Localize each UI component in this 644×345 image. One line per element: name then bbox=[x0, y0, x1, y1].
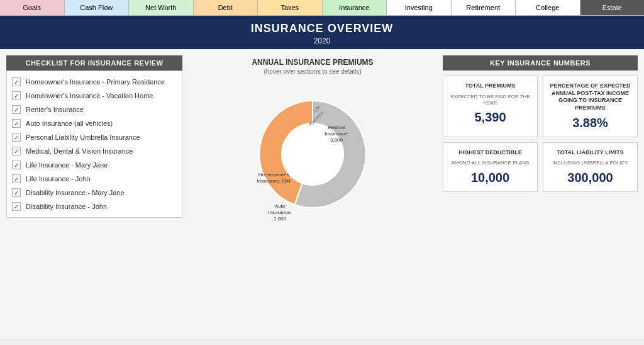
total-liability-sublabel: INCLUDING UMBRELLA POLICY bbox=[548, 160, 632, 166]
highest-deductible-card: HIGHEST DEDUCTIBLE AMONG ALL INSURANCE P… bbox=[443, 142, 538, 192]
chart-subtitle: (hover over sections to see details) bbox=[264, 68, 361, 75]
post-tax-label: PERCENTAGE OF EXPECTED ANNUAL POST-TAX I… bbox=[548, 82, 632, 112]
svg-text:Insurance:: Insurance: bbox=[268, 210, 291, 215]
svg-text:Insurance: 800: Insurance: 800 bbox=[257, 178, 291, 184]
checklist-item[interactable]: ✓Renter's Insurance bbox=[12, 103, 177, 116]
checklist-item[interactable]: ✓Homeowner's Insurance - Primary Residen… bbox=[12, 75, 177, 89]
numbers-header: KEY INSURANCE NUMBERS bbox=[443, 55, 638, 71]
tab-investing[interactable]: Investing bbox=[387, 0, 452, 15]
checklist-item-text: Life Insurance - Mary Jane bbox=[26, 161, 108, 169]
checklist-item-text: Auto Insurance (all vehicles) bbox=[26, 120, 113, 127]
total-premiums-label: TOTAL PREMIUMS bbox=[448, 82, 532, 90]
checklist-item-text: Renter's Insurance bbox=[26, 106, 84, 113]
page-header: INSURANCE OVERVIEW 2020 bbox=[0, 16, 644, 49]
numbers-panel: KEY INSURANCE NUMBERS TOTAL PREMIUMS EXP… bbox=[443, 55, 638, 332]
checklist-item[interactable]: ✓Auto Insurance (all vehicles) bbox=[12, 116, 177, 130]
checklist-item-text: Life Insurance - John bbox=[26, 175, 91, 183]
numbers-grid: TOTAL PREMIUMS EXPECTED TO BE PAID FOR T… bbox=[443, 71, 638, 197]
total-premiums-card: TOTAL PREMIUMS EXPECTED TO BE PAID FOR T… bbox=[443, 76, 538, 137]
post-tax-value: 3.88% bbox=[548, 116, 632, 130]
total-premiums-sublabel: EXPECTED TO BE PAID FOR THE YEAR bbox=[448, 94, 532, 107]
checklist-checkbox[interactable]: ✓ bbox=[12, 119, 21, 128]
checklist-item[interactable]: ✓Life Insurance - John bbox=[12, 172, 177, 186]
svg-text:Medical: Medical bbox=[328, 125, 345, 130]
svg-text:Auto: Auto bbox=[275, 203, 286, 209]
checklist-checkbox[interactable]: ✓ bbox=[12, 202, 21, 211]
highest-deductible-sublabel: AMONG ALL INSURANCE PLANS bbox=[448, 160, 532, 166]
checklist-panel: CHECKLIST FOR INSURANCE REVIEW ✓Homeowne… bbox=[6, 55, 182, 332]
highest-deductible-value: 10,000 bbox=[448, 171, 532, 185]
donut-chart: Medical Insurance: 3,000 Homeowner's Ins… bbox=[237, 79, 388, 230]
tab-cashflow[interactable]: Cash Flow bbox=[65, 0, 130, 15]
page-year: 2020 bbox=[0, 37, 644, 45]
checklist-item-text: Homeowner's Insurance - Primary Residenc… bbox=[26, 78, 165, 86]
checklist-checkbox[interactable]: ✓ bbox=[12, 161, 21, 169]
tab-retirement[interactable]: Retirement bbox=[452, 0, 516, 15]
chart-panel: ANNUAL INSURANCE PREMIUMS (hover over se… bbox=[189, 55, 436, 332]
total-premiums-value: 5,390 bbox=[448, 110, 532, 125]
checklist-body: ✓Homeowner's Insurance - Primary Residen… bbox=[6, 71, 182, 218]
svg-text:1,000: 1,000 bbox=[274, 216, 287, 222]
checklist-item-text: Medical, Dental & Vision Insurance bbox=[26, 147, 133, 155]
total-liability-card: TOTAL LIABILITY LIMITS INCLUDING UMBRELL… bbox=[543, 142, 638, 192]
svg-text:Insurance:: Insurance: bbox=[325, 131, 348, 137]
svg-text:3,000: 3,000 bbox=[330, 137, 343, 143]
nav-tabs: Goals Cash Flow Net Worth Debt Taxes Ins… bbox=[0, 0, 644, 16]
page-title: INSURANCE OVERVIEW bbox=[0, 22, 644, 35]
checklist-checkbox[interactable]: ✓ bbox=[12, 91, 21, 100]
checklist-item[interactable]: ✓Disability Insurance - Mary Jane bbox=[12, 186, 177, 200]
total-liability-value: 300,000 bbox=[548, 171, 632, 185]
checklist-item-text: Disability Insurance - John bbox=[26, 203, 107, 210]
checklist-item-text: Disability Insurance - Mary Jane bbox=[26, 189, 125, 196]
chart-title: ANNUAL INSURANCE PREMIUMS bbox=[252, 58, 373, 67]
tab-debt[interactable]: Debt bbox=[194, 0, 258, 15]
tab-insurance[interactable]: Insurance bbox=[323, 0, 387, 15]
post-tax-percentage-card: PERCENTAGE OF EXPECTED ANNUAL POST-TAX I… bbox=[543, 76, 638, 137]
checklist-checkbox[interactable]: ✓ bbox=[12, 133, 21, 142]
tab-college[interactable]: College bbox=[516, 0, 580, 15]
checklist-item-text: Personal Liability Umbrella Insurance bbox=[26, 133, 140, 141]
tab-taxes[interactable]: Taxes bbox=[258, 0, 323, 15]
checklist-checkbox[interactable]: ✓ bbox=[12, 188, 21, 197]
checklist-item[interactable]: ✓Medical, Dental & Vision Insurance bbox=[12, 144, 177, 158]
checklist-checkbox[interactable]: ✓ bbox=[12, 174, 21, 183]
tab-estate[interactable]: Estate bbox=[580, 0, 645, 15]
main-content: CHECKLIST FOR INSURANCE REVIEW ✓Homeowne… bbox=[0, 49, 644, 339]
checklist-item-text: Homeowner's Insurance - Vacation Home bbox=[26, 92, 153, 99]
total-liability-label: TOTAL LIABILITY LIMITS bbox=[548, 149, 632, 157]
checklist-item[interactable]: ✓Personal Liability Umbrella Insurance bbox=[12, 130, 177, 144]
checklist-checkbox[interactable]: ✓ bbox=[12, 147, 21, 156]
checklist-item[interactable]: ✓Life Insurance - Mary Jane bbox=[12, 158, 177, 172]
svg-text:Homeowner's: Homeowner's bbox=[258, 172, 289, 178]
checklist-item[interactable]: ✓Homeowner's Insurance - Vacation Home bbox=[12, 89, 177, 103]
checklist-checkbox[interactable]: ✓ bbox=[12, 105, 21, 114]
highest-deductible-label: HIGHEST DEDUCTIBLE bbox=[448, 149, 532, 157]
checklist-header: CHECKLIST FOR INSURANCE REVIEW bbox=[6, 55, 182, 71]
tab-goals[interactable]: Goals bbox=[0, 0, 65, 15]
checklist-checkbox[interactable]: ✓ bbox=[12, 77, 21, 86]
checklist-item[interactable]: ✓Disability Insurance - John bbox=[12, 200, 177, 213]
tab-networth[interactable]: Net Worth bbox=[129, 0, 194, 15]
